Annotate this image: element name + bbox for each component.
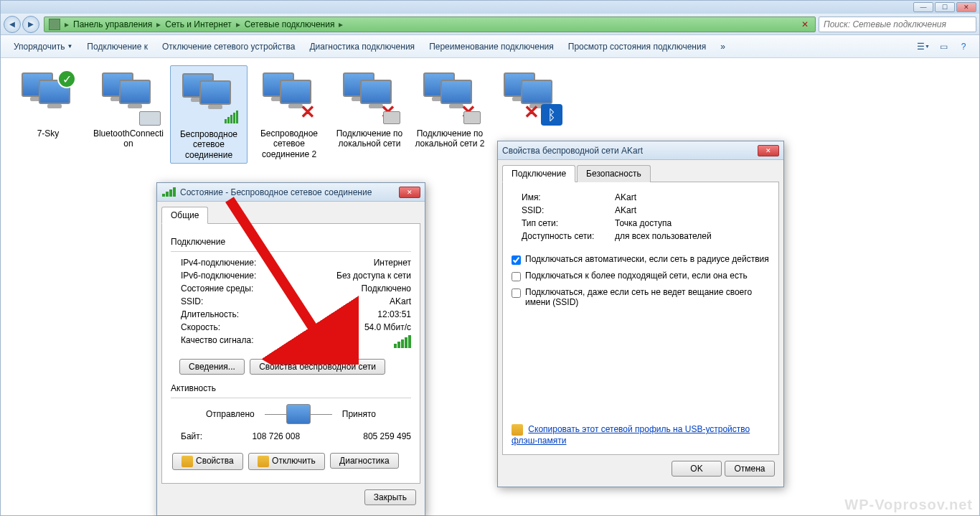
minimize-button[interactable]: —: [913, 2, 933, 12]
connected-check-icon: ✓: [57, 70, 76, 88]
shield-icon: [512, 424, 523, 436]
connection-label: Беспроводное сетевое соединение 2: [252, 128, 326, 159]
details-button[interactable]: Сведения...: [179, 359, 245, 375]
connection-item-lan[interactable]: ✕ Подключение по локальной сети: [331, 65, 408, 152]
address-bar[interactable]: ▸ Панель управления ▸ Сеть и Интернет ▸ …: [44, 17, 816, 32]
duration-label: Длительность:: [181, 309, 281, 319]
diagnose-button[interactable]: Диагностика подключения: [302, 39, 422, 55]
breadcrumb-item[interactable]: Панель управления: [70, 19, 155, 29]
copy-profile-link[interactable]: Скопировать этот сетевой профиль на USB-…: [512, 424, 750, 446]
view-status-button[interactable]: Просмотр состояния подключения: [561, 39, 713, 55]
breadcrumb-item[interactable]: Сетевые подключения: [242, 19, 338, 29]
folder-icon: [49, 19, 60, 30]
status-dialog: Состояние - Беспроводное сетевое соедине…: [156, 182, 425, 516]
more-commands[interactable]: »: [713, 39, 732, 55]
connections-list: ✓ 7-Sky BluetoothConnection Беспроводное…: [1, 58, 979, 515]
speed-label: Скорость:: [181, 322, 281, 332]
search-input[interactable]: [824, 19, 971, 29]
connection-icon: ✓: [16, 68, 80, 126]
network-type-value: Точка доступа: [615, 218, 770, 228]
help-icon[interactable]: ?: [956, 39, 971, 55]
tab-security[interactable]: Безопасность: [577, 165, 651, 182]
connect-preferred-checkbox[interactable]: [512, 272, 521, 281]
disable-device-button[interactable]: Отключение сетевого устройства: [155, 39, 302, 55]
ok-button[interactable]: OK: [672, 461, 722, 477]
connect-auto-label: Подключаться автоматически, если сеть в …: [525, 254, 769, 264]
close-dialog-button[interactable]: Закрыть: [364, 489, 416, 505]
connect-auto-checkbox[interactable]: [512, 255, 521, 265]
connection-label: Подключение по локальной сети: [332, 128, 407, 149]
tab-panel-general: Подключение IPv4-подключение:Интернет IP…: [161, 224, 420, 484]
received-label: Принято: [332, 409, 386, 419]
tab-connection[interactable]: Подключение: [502, 165, 575, 182]
dialog-titlebar[interactable]: Свойства беспроводной сети AKart ✕: [498, 141, 783, 160]
ssid-label: SSID:: [522, 205, 615, 215]
availability-value: для всех пользователей: [615, 231, 770, 241]
modem-icon: [139, 111, 161, 126]
view-options-icon[interactable]: ☰▼: [915, 39, 931, 55]
bytes-label: Байт:: [181, 431, 231, 441]
breadcrumb-item[interactable]: Сеть и Интернет: [162, 19, 234, 29]
wireless-properties-button[interactable]: Свойства беспроводной сети: [250, 359, 385, 375]
chevron-right-icon: ▸: [155, 19, 162, 29]
signal-bars-icon: [393, 335, 411, 348]
cancel-button[interactable]: Отмена: [725, 461, 775, 477]
shield-icon: [258, 456, 269, 467]
disable-button[interactable]: Отключить: [248, 453, 325, 470]
connect-hidden-label: Подключаться, даже если сеть не ведет ве…: [525, 287, 770, 307]
connection-item-wireless[interactable]: Беспроводное сетевое соединение: [170, 65, 248, 164]
signal-quality-label: Качество сигнала:: [181, 335, 281, 350]
preview-pane-icon[interactable]: ▭: [936, 39, 951, 55]
chevron-right-icon: ▸: [337, 19, 344, 29]
connection-item-bluetooth[interactable]: BluetoothConnection: [90, 65, 167, 152]
connection-icon: [96, 68, 161, 126]
tab-general[interactable]: Общие: [161, 207, 208, 224]
ipv6-label: IPv6-подключение:: [181, 271, 281, 281]
connection-item-bt-net[interactable]: ✕ ᛒ: [491, 65, 569, 131]
dialog-title: Свойства беспроводной сети AKart: [502, 146, 758, 156]
navigation-bar: ◄ ► ▸ Панель управления ▸ Сеть и Интерне…: [1, 14, 979, 35]
ssid-label: SSID:: [181, 296, 281, 306]
connect-preferred-label: Подключаться к более подходящей сети, ес…: [525, 271, 748, 281]
dialog-titlebar[interactable]: Состояние - Беспроводное сетевое соедине…: [157, 183, 425, 202]
bluetooth-icon: ᛒ: [541, 104, 562, 126]
connect-hidden-checkbox[interactable]: [512, 289, 521, 298]
dialog-close-button[interactable]: ✕: [758, 145, 779, 156]
wireless-properties-dialog: Свойства беспроводной сети AKart ✕ Подкл…: [497, 141, 784, 487]
ethernet-plug-icon: [383, 111, 400, 124]
connect-to-button[interactable]: Подключение к: [80, 39, 155, 55]
connection-item-7sky[interactable]: ✓ 7-Sky: [9, 65, 87, 141]
activity-diagram: Отправлено Принято: [171, 404, 411, 424]
connection-icon: ✕: [337, 68, 402, 126]
name-label: Имя:: [522, 192, 615, 202]
name-value: AKart: [615, 192, 770, 202]
ipv6-value: Без доступа к сети: [281, 271, 411, 281]
properties-button[interactable]: Свойства: [172, 453, 243, 470]
activity-monitor-icon: [286, 404, 311, 424]
organize-menu[interactable]: Упорядочить▼: [6, 39, 80, 55]
search-box[interactable]: [819, 17, 976, 32]
signal-icon: [161, 187, 176, 197]
connection-label: Беспроводное сетевое соединение: [172, 129, 245, 160]
connection-item-lan2[interactable]: ✕ Подключение по локальной сети 2: [411, 65, 489, 152]
watermark: WP-Voprosov.net: [844, 497, 973, 513]
connection-label: 7-Sky: [11, 128, 85, 139]
connection-item-wireless2[interactable]: ✕ Беспроводное сетевое соединение 2: [250, 65, 328, 162]
rename-button[interactable]: Переименование подключения: [422, 39, 561, 55]
diagnose-button[interactable]: Диагностика: [330, 453, 399, 469]
dialog-close-button[interactable]: ✕: [399, 187, 420, 198]
tab-panel-connection: Имя:AKart SSID:AKart Тип сети:Точка дост…: [502, 182, 779, 455]
back-button[interactable]: ◄: [4, 16, 21, 33]
close-button[interactable]: ✕: [956, 2, 976, 12]
chevron-right-icon: ▸: [235, 19, 242, 29]
availability-label: Доступность сети:: [522, 231, 615, 241]
forward-button[interactable]: ►: [22, 16, 39, 33]
shield-icon: [182, 456, 193, 467]
media-state-value: Подключено: [281, 283, 411, 294]
connection-icon: ✕ ᛒ: [498, 68, 562, 126]
clear-address-icon[interactable]: ✕: [799, 19, 811, 30]
network-type-label: Тип сети:: [522, 218, 615, 228]
maximize-button[interactable]: ☐: [935, 2, 955, 12]
ipv4-label: IPv4-подключение:: [181, 258, 281, 268]
connection-label: BluetoothConnection: [91, 128, 166, 149]
